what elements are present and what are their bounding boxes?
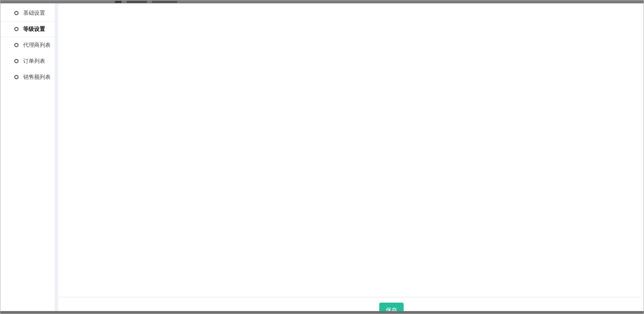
sidebar-item-sales-list[interactable]: 销售额列表: [0, 69, 55, 85]
sidebar-item-label: 等级设置: [23, 25, 45, 33]
footer-bar: 保存: [58, 298, 641, 311]
sidebar-item-order-list[interactable]: 订单列表: [0, 53, 55, 69]
bottom-window-strip: [0, 311, 644, 314]
right-edge-gap: [641, 3, 644, 311]
circle-icon: [14, 75, 19, 79]
sidebar-item-label: 销售额列表: [23, 73, 51, 81]
sidebar-item-label: 代理商列表: [23, 41, 51, 49]
top-strip-mark: [115, 1, 122, 3]
sidebar-item-agent-list[interactable]: 代理商列表: [0, 37, 55, 53]
circle-icon: [14, 27, 19, 31]
circle-icon: [14, 43, 19, 47]
level-settings-page: 基础设置 等级设置 代理商列表 订单列表 销售额列表 一级客户人数满 人 自购订…: [0, 0, 644, 314]
sidebar: 基础设置 等级设置 代理商列表 订单列表 销售额列表: [0, 3, 55, 311]
sidebar-item-basic-settings[interactable]: 基础设置: [0, 5, 55, 21]
top-strip-mark: [152, 1, 177, 3]
sidebar-item-label: 基础设置: [23, 9, 45, 17]
form-panel: [58, 3, 641, 297]
sidebar-item-level-settings[interactable]: 等级设置: [0, 21, 55, 37]
circle-icon: [14, 11, 19, 15]
circle-icon: [14, 59, 19, 63]
top-window-strip: [0, 0, 644, 3]
top-strip-mark: [127, 1, 147, 3]
sidebar-item-label: 订单列表: [23, 57, 45, 65]
